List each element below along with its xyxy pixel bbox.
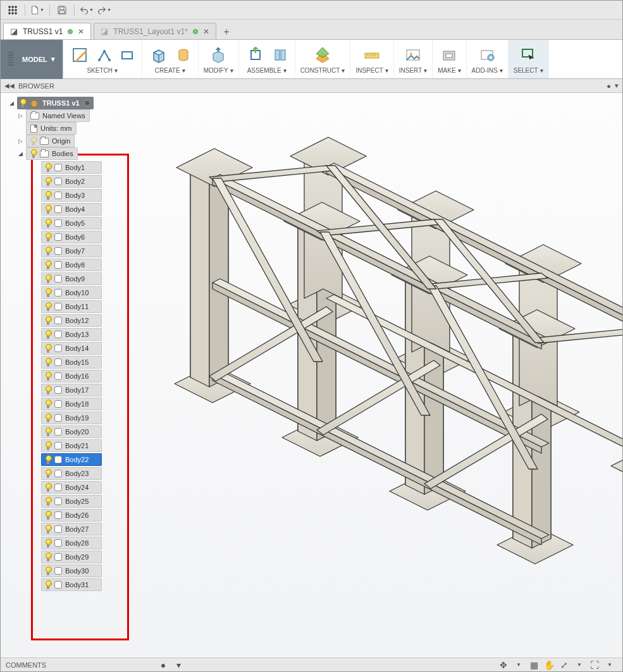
box-tool-icon[interactable] <box>147 44 170 66</box>
body-item[interactable]: Body5 <box>41 217 102 229</box>
create-sketch-icon[interactable] <box>68 44 91 66</box>
measure-icon[interactable] <box>361 44 383 66</box>
visibility-bulb-icon[interactable] <box>45 344 51 353</box>
visibility-bulb-icon[interactable] <box>45 386 51 394</box>
chevron-down-icon[interactable]: ▾ <box>458 67 461 74</box>
visibility-bulb-icon[interactable] <box>45 372 51 381</box>
body-item[interactable]: Body6 <box>41 231 102 243</box>
chevron-down-icon[interactable]: ▾ <box>114 67 118 74</box>
chevron-down-icon[interactable]: ▾ <box>424 67 427 74</box>
cylinder-tool-icon[interactable] <box>174 46 193 64</box>
workspace-menu-button[interactable]: MODEL ▾ <box>1 40 63 79</box>
visibility-bulb-icon[interactable] <box>45 511 51 520</box>
expand-toggle-icon[interactable] <box>8 100 15 106</box>
addins-icon[interactable] <box>476 44 498 66</box>
visibility-bulb-icon[interactable] <box>45 163 51 172</box>
body-item[interactable]: Body10 <box>41 286 102 299</box>
visibility-bulb-icon[interactable] <box>45 358 51 367</box>
visibility-bulb-icon[interactable] <box>45 274 51 283</box>
undo-button[interactable]: ▼ <box>80 3 94 17</box>
document-tab-inactive[interactable]: ◪ TRUSS1_Layout1 v1* ✕ <box>94 23 216 39</box>
visibility-bulb-icon[interactable] <box>30 149 37 158</box>
visibility-bulb-icon[interactable] <box>45 469 51 478</box>
visibility-bulb-icon[interactable] <box>45 233 51 241</box>
body-item[interactable]: Body31 <box>41 578 102 591</box>
visibility-bulb-icon[interactable] <box>45 553 51 561</box>
document-tab-active[interactable]: ◪ TRUSS1 v1 ✕ <box>3 23 91 39</box>
visibility-bulb-icon[interactable] <box>45 302 51 311</box>
browser-menu-icon[interactable]: ▾ <box>615 82 619 90</box>
visibility-bulb-icon[interactable] <box>45 330 51 339</box>
body-item[interactable]: Body25 <box>41 495 102 508</box>
body-item[interactable]: Body27 <box>41 523 102 535</box>
chevron-down-icon[interactable]: ▾ <box>385 67 388 74</box>
chevron-down-icon[interactable]: ▾ <box>182 67 185 74</box>
rectangle-tool-icon[interactable] <box>118 46 137 64</box>
tree-root-row[interactable]: TRUSS1 v1 <box>7 97 171 109</box>
3d-print-icon[interactable] <box>438 44 460 66</box>
body-item[interactable]: Body2 <box>41 175 102 188</box>
body-item[interactable]: Body26 <box>41 509 102 522</box>
chevron-down-icon[interactable]: ▾ <box>342 67 345 74</box>
visibility-bulb-icon[interactable] <box>45 566 51 575</box>
tree-named-views-row[interactable]: Named Views <box>16 109 171 122</box>
chevron-down-icon[interactable]: ▾ <box>500 67 503 74</box>
body-item[interactable]: Body30 <box>41 565 102 577</box>
body-item[interactable]: Body28 <box>41 537 102 549</box>
expand-toggle-icon[interactable] <box>17 113 23 119</box>
visibility-bulb-icon[interactable] <box>45 400 51 408</box>
line-tool-icon[interactable] <box>95 46 114 64</box>
new-file-button[interactable]: ▼ <box>30 3 44 17</box>
save-button[interactable] <box>55 3 69 17</box>
new-tab-button[interactable]: ＋ <box>219 24 234 39</box>
expand-toggle-icon[interactable] <box>17 150 23 157</box>
body-item[interactable]: Body13 <box>41 328 102 341</box>
visibility-bulb-icon[interactable] <box>45 205 51 214</box>
visibility-bulb-icon[interactable] <box>45 497 51 506</box>
body-item[interactable]: Body12 <box>41 314 102 327</box>
body-item[interactable]: Body21 <box>41 439 102 452</box>
body-item[interactable]: Body4 <box>41 203 102 216</box>
body-item[interactable]: Body7 <box>41 245 102 257</box>
body-item[interactable]: Body17 <box>41 384 102 396</box>
chevron-down-icon[interactable]: ▾ <box>540 67 543 74</box>
joint-tool-icon[interactable] <box>271 46 290 64</box>
comments-expand-icon[interactable]: ● <box>156 659 171 671</box>
visibility-bulb-icon[interactable] <box>30 137 37 145</box>
body-item[interactable]: Body9 <box>41 272 102 285</box>
visibility-bulb-icon[interactable] <box>45 316 51 325</box>
visibility-bulb-icon[interactable] <box>45 580 51 589</box>
redo-button[interactable]: ▼ <box>97 3 111 17</box>
press-pull-icon[interactable] <box>207 44 230 66</box>
fit-icon[interactable]: ⛶ <box>587 659 602 671</box>
construct-plane-icon[interactable] <box>311 44 334 66</box>
visibility-bulb-icon[interactable] <box>45 177 51 186</box>
body-item[interactable]: Body1 <box>41 161 102 174</box>
new-component-icon[interactable] <box>244 44 267 66</box>
tree-units-row[interactable]: Units: mm <box>16 122 171 135</box>
body-item[interactable]: Body18 <box>41 398 102 410</box>
orbit-menu-icon[interactable]: ▼ <box>511 659 526 671</box>
visibility-bulb-icon[interactable] <box>45 525 51 534</box>
body-item[interactable]: Body3 <box>41 189 102 202</box>
orbit-center-icon[interactable]: ✥ <box>496 659 511 671</box>
visibility-bulb-icon[interactable] <box>45 219 51 228</box>
select-tool-icon[interactable] <box>517 44 540 66</box>
visibility-bulb-icon[interactable] <box>45 191 51 200</box>
body-item[interactable]: Body19 <box>41 412 102 424</box>
visibility-bulb-icon[interactable] <box>45 441 51 450</box>
body-item[interactable]: Body11 <box>41 300 102 313</box>
activate-component-icon[interactable] <box>83 99 91 107</box>
body-item[interactable]: Body24 <box>41 481 102 494</box>
visibility-bulb-icon[interactable] <box>45 427 51 436</box>
visibility-bulb-icon[interactable] <box>20 99 26 107</box>
data-panel-button[interactable] <box>6 3 20 17</box>
zoom-icon[interactable]: ⤢ <box>557 659 572 671</box>
tree-origin-row[interactable]: Origin <box>16 135 171 147</box>
display-menu-icon[interactable]: ▼ <box>602 659 617 671</box>
body-item[interactable]: Body20 <box>41 425 102 438</box>
look-at-icon[interactable]: ▦ <box>526 659 541 671</box>
insert-decal-icon[interactable] <box>402 44 424 66</box>
visibility-bulb-icon[interactable] <box>45 483 51 492</box>
body-item[interactable]: Body29 <box>41 551 102 563</box>
